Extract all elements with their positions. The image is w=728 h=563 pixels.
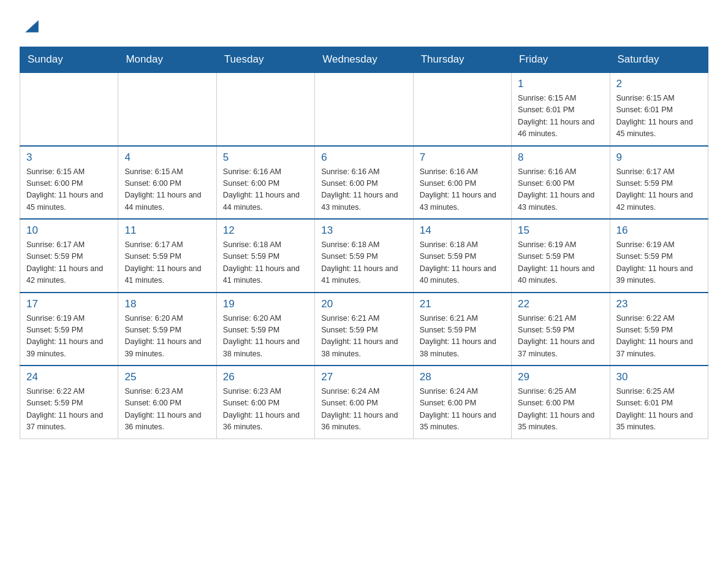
day-number: 5 [223, 151, 308, 164]
calendar-cell [413, 72, 511, 146]
calendar-cell: 4Sunrise: 6:15 AM Sunset: 6:00 PM Daylig… [118, 146, 216, 220]
calendar-cell: 21Sunrise: 6:21 AM Sunset: 5:59 PM Dayli… [413, 293, 511, 366]
calendar-cell: 28Sunrise: 6:24 AM Sunset: 6:00 PM Dayli… [413, 366, 511, 439]
day-number: 25 [124, 371, 210, 383]
day-number: 16 [616, 224, 702, 237]
day-info: Sunrise: 6:19 AM Sunset: 5:59 PM Dayligh… [616, 239, 702, 287]
calendar-cell: 6Sunrise: 6:16 AM Sunset: 6:00 PM Daylig… [315, 146, 413, 220]
day-info: Sunrise: 6:22 AM Sunset: 5:59 PM Dayligh… [616, 313, 702, 361]
day-info: Sunrise: 6:17 AM Sunset: 5:59 PM Dayligh… [124, 239, 210, 287]
day-number: 15 [518, 224, 603, 237]
day-number: 14 [420, 224, 505, 237]
calendar-cell: 7Sunrise: 6:16 AM Sunset: 6:00 PM Daylig… [413, 146, 511, 220]
calendar-cell: 27Sunrise: 6:24 AM Sunset: 6:00 PM Dayli… [315, 366, 413, 439]
calendar-cell: 29Sunrise: 6:25 AM Sunset: 6:00 PM Dayli… [512, 366, 610, 439]
day-info: Sunrise: 6:16 AM Sunset: 6:00 PM Dayligh… [518, 166, 603, 214]
day-info: Sunrise: 6:22 AM Sunset: 5:59 PM Dayligh… [26, 386, 112, 434]
weekday-header-tuesday: Tuesday [216, 47, 314, 73]
day-number: 1 [518, 78, 603, 90]
calendar-cell [315, 72, 413, 146]
day-info: Sunrise: 6:25 AM Sunset: 6:00 PM Dayligh… [518, 386, 603, 434]
calendar-cell: 20Sunrise: 6:21 AM Sunset: 5:59 PM Dayli… [315, 293, 413, 366]
calendar-cell: 5Sunrise: 6:16 AM Sunset: 6:00 PM Daylig… [216, 146, 314, 220]
day-number: 20 [321, 298, 406, 310]
day-number: 23 [616, 298, 702, 310]
day-info: Sunrise: 6:17 AM Sunset: 5:59 PM Dayligh… [26, 239, 112, 287]
day-info: Sunrise: 6:15 AM Sunset: 6:00 PM Dayligh… [26, 166, 112, 214]
calendar-row-2: 3Sunrise: 6:15 AM Sunset: 6:00 PM Daylig… [20, 146, 708, 220]
day-number: 4 [124, 151, 210, 164]
weekday-header-sunday: Sunday [20, 47, 118, 73]
calendar-cell: 14Sunrise: 6:18 AM Sunset: 5:59 PM Dayli… [413, 219, 511, 293]
calendar-cell: 3Sunrise: 6:15 AM Sunset: 6:00 PM Daylig… [20, 146, 118, 220]
day-info: Sunrise: 6:20 AM Sunset: 5:59 PM Dayligh… [124, 313, 210, 361]
calendar-cell [20, 72, 118, 146]
day-number: 18 [124, 298, 210, 310]
day-info: Sunrise: 6:15 AM Sunset: 6:00 PM Dayligh… [124, 166, 210, 214]
day-info: Sunrise: 6:18 AM Sunset: 5:59 PM Dayligh… [321, 239, 406, 287]
calendar-row-5: 24Sunrise: 6:22 AM Sunset: 5:59 PM Dayli… [20, 366, 708, 439]
calendar-cell: 22Sunrise: 6:21 AM Sunset: 5:59 PM Dayli… [512, 293, 610, 366]
calendar-cell: 11Sunrise: 6:17 AM Sunset: 5:59 PM Dayli… [118, 219, 216, 293]
calendar-cell: 15Sunrise: 6:19 AM Sunset: 5:59 PM Dayli… [512, 219, 610, 293]
calendar-cell: 30Sunrise: 6:25 AM Sunset: 6:01 PM Dayli… [610, 366, 708, 439]
day-number: 2 [616, 78, 702, 90]
calendar-cell [216, 72, 314, 146]
weekday-header-saturday: Saturday [610, 47, 708, 73]
day-number: 21 [420, 298, 505, 310]
weekday-header-thursday: Thursday [413, 47, 511, 73]
calendar-cell: 19Sunrise: 6:20 AM Sunset: 5:59 PM Dayli… [216, 293, 314, 366]
day-number: 22 [518, 298, 603, 310]
weekday-header-row: SundayMondayTuesdayWednesdayThursdayFrid… [20, 47, 708, 73]
calendar-cell: 10Sunrise: 6:17 AM Sunset: 5:59 PM Dayli… [20, 219, 118, 293]
calendar-cell: 26Sunrise: 6:23 AM Sunset: 6:00 PM Dayli… [216, 366, 314, 439]
calendar-cell: 23Sunrise: 6:22 AM Sunset: 5:59 PM Dayli… [610, 293, 708, 366]
calendar-table: SundayMondayTuesdayWednesdayThursdayFrid… [20, 47, 708, 439]
weekday-header-wednesday: Wednesday [315, 47, 413, 73]
day-info: Sunrise: 6:17 AM Sunset: 5:59 PM Dayligh… [616, 166, 702, 214]
day-info: Sunrise: 6:16 AM Sunset: 6:00 PM Dayligh… [223, 166, 308, 214]
day-info: Sunrise: 6:19 AM Sunset: 5:59 PM Dayligh… [26, 313, 112, 361]
svg-marker-0 [25, 20, 39, 33]
page-header [20, 15, 708, 34]
day-info: Sunrise: 6:18 AM Sunset: 5:59 PM Dayligh… [223, 239, 308, 287]
calendar-cell: 18Sunrise: 6:20 AM Sunset: 5:59 PM Dayli… [118, 293, 216, 366]
logo [20, 15, 43, 34]
day-number: 3 [26, 151, 112, 164]
calendar-cell: 8Sunrise: 6:16 AM Sunset: 6:00 PM Daylig… [512, 146, 610, 220]
day-number: 30 [616, 371, 702, 383]
day-info: Sunrise: 6:23 AM Sunset: 6:00 PM Dayligh… [223, 386, 308, 434]
day-info: Sunrise: 6:18 AM Sunset: 5:59 PM Dayligh… [420, 239, 505, 287]
day-number: 17 [26, 298, 112, 310]
day-info: Sunrise: 6:24 AM Sunset: 6:00 PM Dayligh… [420, 386, 505, 434]
day-info: Sunrise: 6:15 AM Sunset: 6:01 PM Dayligh… [518, 93, 603, 140]
logo-triangle-icon [21, 15, 43, 37]
calendar-cell: 24Sunrise: 6:22 AM Sunset: 5:59 PM Dayli… [20, 366, 118, 439]
weekday-header-monday: Monday [118, 47, 216, 73]
day-number: 11 [124, 224, 210, 237]
day-info: Sunrise: 6:23 AM Sunset: 6:00 PM Dayligh… [124, 386, 210, 434]
day-info: Sunrise: 6:25 AM Sunset: 6:01 PM Dayligh… [616, 386, 702, 434]
day-info: Sunrise: 6:16 AM Sunset: 6:00 PM Dayligh… [420, 166, 505, 214]
calendar-cell: 12Sunrise: 6:18 AM Sunset: 5:59 PM Dayli… [216, 219, 314, 293]
day-info: Sunrise: 6:24 AM Sunset: 6:00 PM Dayligh… [321, 386, 406, 434]
day-info: Sunrise: 6:21 AM Sunset: 5:59 PM Dayligh… [518, 313, 603, 361]
day-number: 9 [616, 151, 702, 164]
day-number: 8 [518, 151, 603, 164]
day-number: 27 [321, 371, 406, 383]
calendar-cell: 17Sunrise: 6:19 AM Sunset: 5:59 PM Dayli… [20, 293, 118, 366]
calendar-cell: 25Sunrise: 6:23 AM Sunset: 6:00 PM Dayli… [118, 366, 216, 439]
day-info: Sunrise: 6:19 AM Sunset: 5:59 PM Dayligh… [518, 239, 603, 287]
calendar-row-1: 1Sunrise: 6:15 AM Sunset: 6:01 PM Daylig… [20, 72, 708, 146]
day-number: 28 [420, 371, 505, 383]
day-number: 26 [223, 371, 308, 383]
day-info: Sunrise: 6:21 AM Sunset: 5:59 PM Dayligh… [321, 313, 406, 361]
day-number: 12 [223, 224, 308, 237]
day-number: 10 [26, 224, 112, 237]
calendar-cell: 16Sunrise: 6:19 AM Sunset: 5:59 PM Dayli… [610, 219, 708, 293]
day-info: Sunrise: 6:21 AM Sunset: 5:59 PM Dayligh… [420, 313, 505, 361]
calendar-row-4: 17Sunrise: 6:19 AM Sunset: 5:59 PM Dayli… [20, 293, 708, 366]
day-info: Sunrise: 6:20 AM Sunset: 5:59 PM Dayligh… [223, 313, 308, 361]
day-number: 6 [321, 151, 406, 164]
day-number: 24 [26, 371, 112, 383]
